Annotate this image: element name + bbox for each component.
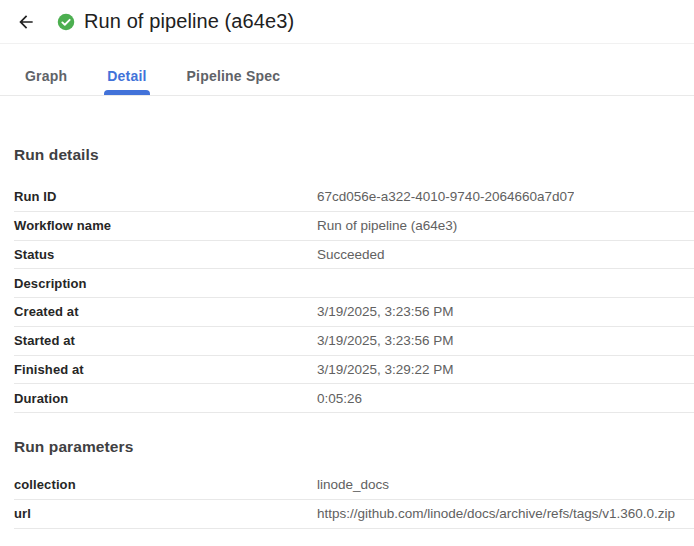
row-value: https://github.com/linode/docs/archive/r…	[317, 506, 675, 521]
tab-pipeline-spec[interactable]: Pipeline Spec	[167, 68, 301, 95]
table-row: Status Succeeded	[14, 241, 694, 270]
run-status-success-icon	[57, 13, 75, 31]
page-title: Run of pipeline (a64e3)	[84, 10, 294, 33]
tab-pipeline-spec-label: Pipeline Spec	[187, 68, 281, 84]
active-tab-indicator	[104, 90, 149, 95]
row-value: 3/19/2025, 3:23:56 PM	[317, 333, 454, 348]
row-label: collection	[14, 477, 317, 492]
tab-detail-label: Detail	[107, 68, 146, 84]
row-label: Run ID	[14, 189, 317, 204]
tab-detail[interactable]: Detail	[87, 68, 166, 95]
run-detail-content: Run details Run ID 67cd056e-a322-4010-97…	[0, 146, 694, 529]
run-parameters-heading: Run parameters	[14, 438, 694, 456]
row-label: Duration	[14, 391, 317, 406]
tab-graph[interactable]: Graph	[5, 68, 87, 95]
tab-bar: Graph Detail Pipeline Spec	[0, 44, 694, 96]
table-row: Duration 0:05:26	[14, 384, 694, 413]
row-value: 0:05:26	[317, 391, 362, 406]
row-value: Run of pipeline (a64e3)	[317, 218, 457, 233]
table-row: Finished at 3/19/2025, 3:29:22 PM	[14, 356, 694, 385]
row-value: linode_docs	[317, 477, 389, 492]
row-label: url	[14, 506, 317, 521]
run-details-table: Run ID 67cd056e-a322-4010-9740-2064660a7…	[14, 183, 694, 413]
table-row: collection linode_docs	[14, 471, 694, 500]
table-row: Workflow name Run of pipeline (a64e3)	[14, 212, 694, 241]
table-row: Run ID 67cd056e-a322-4010-9740-2064660a7…	[14, 183, 694, 212]
row-value: 3/19/2025, 3:29:22 PM	[317, 362, 454, 377]
row-label: Status	[14, 247, 317, 262]
row-label: Finished at	[14, 362, 317, 377]
run-parameters-table: collection linode_docs url https://githu…	[14, 471, 694, 529]
table-row: Created at 3/19/2025, 3:23:56 PM	[14, 298, 694, 327]
row-value: 3/19/2025, 3:23:56 PM	[317, 304, 454, 319]
page-header: Run of pipeline (a64e3)	[0, 0, 694, 44]
row-label: Description	[14, 276, 317, 291]
row-value: Succeeded	[317, 247, 385, 262]
back-button[interactable]	[16, 12, 36, 32]
row-value: 67cd056e-a322-4010-9740-2064660a7d07	[317, 189, 574, 204]
table-row: url https://github.com/linode/docs/archi…	[14, 500, 694, 529]
tab-graph-label: Graph	[25, 68, 67, 84]
row-label: Created at	[14, 304, 317, 319]
row-label: Started at	[14, 333, 317, 348]
arrow-left-icon	[16, 12, 36, 32]
run-details-heading: Run details	[14, 146, 694, 164]
row-label: Workflow name	[14, 218, 317, 233]
table-row: Description	[14, 269, 694, 298]
table-row: Started at 3/19/2025, 3:23:56 PM	[14, 327, 694, 356]
